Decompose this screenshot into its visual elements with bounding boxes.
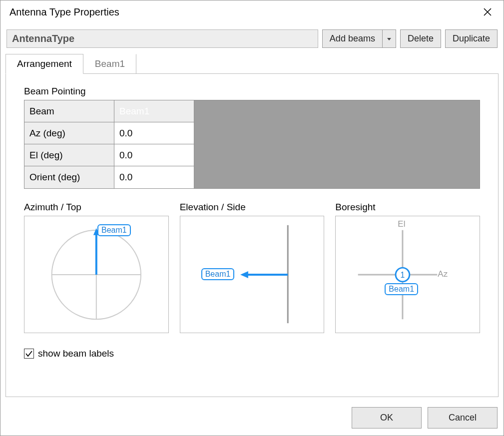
- tab-bar: Arrangement Beam1: [0, 50, 504, 74]
- azimuth-plot-icon: [24, 216, 168, 333]
- diagram-boresight-canvas: 1 El Az Beam1: [335, 216, 480, 333]
- tab-arrangement[interactable]: Arrangement: [5, 54, 83, 74]
- beam-pointing-table: Beam Beam1 Az (deg) 0.0 El (deg) 0.0 Ori…: [24, 100, 480, 189]
- bp-orient-value[interactable]: 0.0: [114, 166, 194, 188]
- check-icon: [25, 350, 33, 358]
- window-title: Antenna Type Properties: [9, 6, 119, 18]
- add-beams-splitbutton[interactable]: Add beams: [322, 29, 396, 48]
- diagram-azimuth-canvas: Beam1: [24, 216, 169, 333]
- diagram-elevation-title: Elevation / Side: [180, 202, 325, 213]
- azimuth-beam-label: Beam1: [97, 224, 131, 236]
- diagram-row: Azimuth / Top Beam1 Elevation / Side: [24, 202, 480, 333]
- boresight-plot-icon: 1: [336, 216, 480, 333]
- show-beam-labels-row: show beam labels: [24, 348, 480, 359]
- diagram-elevation-canvas: Beam1: [180, 216, 325, 333]
- dialog-footer: OK Cancel: [0, 402, 504, 436]
- boresight-beam-label: Beam1: [385, 283, 418, 295]
- delete-button[interactable]: Delete: [400, 29, 441, 48]
- bp-row-label: El (deg): [24, 144, 114, 166]
- chevron-down-icon: [387, 36, 392, 41]
- duplicate-button[interactable]: Duplicate: [445, 29, 498, 48]
- antenna-name-field[interactable]: AntennaType: [6, 29, 318, 48]
- bp-table-filler: [194, 100, 480, 188]
- bp-beam-selected-cell[interactable]: Beam1: [114, 100, 194, 122]
- titlebar: Antenna Type Properties: [0, 0, 504, 23]
- close-button[interactable]: [479, 4, 497, 19]
- show-beam-labels-label: show beam labels: [38, 348, 114, 359]
- boresight-az-axis-label: Az: [438, 269, 448, 279]
- diagram-elevation: Elevation / Side Beam1: [180, 202, 325, 333]
- beam-pointing-title: Beam Pointing: [24, 86, 480, 97]
- svg-marker-7: [240, 271, 248, 278]
- diagram-boresight-title: Boresight: [335, 202, 480, 213]
- close-icon: [483, 7, 492, 16]
- bp-az-value[interactable]: 0.0: [114, 122, 194, 144]
- tab-beam1[interactable]: Beam1: [83, 54, 136, 74]
- add-beams-dropdown[interactable]: [382, 29, 396, 48]
- bp-row-label: Orient (deg): [24, 166, 114, 188]
- diagram-azimuth-title: Azimuth / Top: [24, 202, 169, 213]
- ok-button[interactable]: OK: [352, 407, 422, 429]
- svg-text:1: 1: [401, 271, 405, 279]
- toolbar: AntennaType Add beams Delete Duplicate: [0, 23, 504, 50]
- show-beam-labels-checkbox[interactable]: [24, 349, 34, 359]
- elevation-beam-label: Beam1: [201, 268, 235, 280]
- cancel-button[interactable]: Cancel: [428, 407, 498, 429]
- content-panel: Beam Pointing Beam Beam1 Az (deg) 0.0 El…: [5, 73, 499, 397]
- boresight-el-axis-label: El: [398, 219, 405, 229]
- bp-row-label: Beam: [24, 100, 114, 122]
- bp-el-value[interactable]: 0.0: [114, 144, 194, 166]
- diagram-azimuth: Azimuth / Top Beam1: [24, 202, 169, 333]
- bp-row-label: Az (deg): [24, 122, 114, 144]
- diagram-boresight: Boresight 1 El Az Beam1: [335, 202, 480, 333]
- add-beams-button[interactable]: Add beams: [322, 29, 382, 48]
